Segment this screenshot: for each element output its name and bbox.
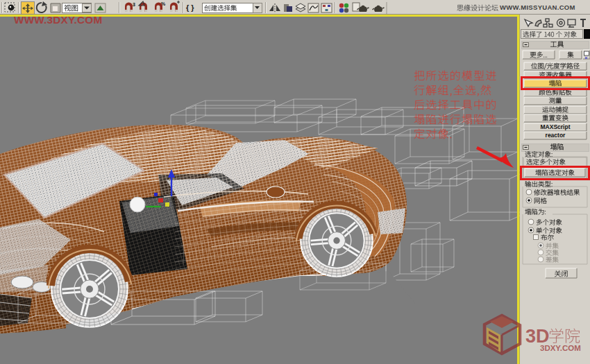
svg-text:WWW.3DXY.COM: WWW.3DXY.COM [14,14,102,26]
svg-text:3DXY.COM: 3DXY.COM [540,344,581,352]
svg-text:MAXScript: MAXScript [541,123,571,130]
svg-text:{ }: { } [186,3,194,12]
svg-text:3: 3 [133,2,135,7]
svg-text:reactor: reactor [546,132,566,139]
svg-text:%: % [161,1,166,6]
svg-text:WWW.MISSYUAN.COM: WWW.MISSYUAN.COM [500,3,575,11]
